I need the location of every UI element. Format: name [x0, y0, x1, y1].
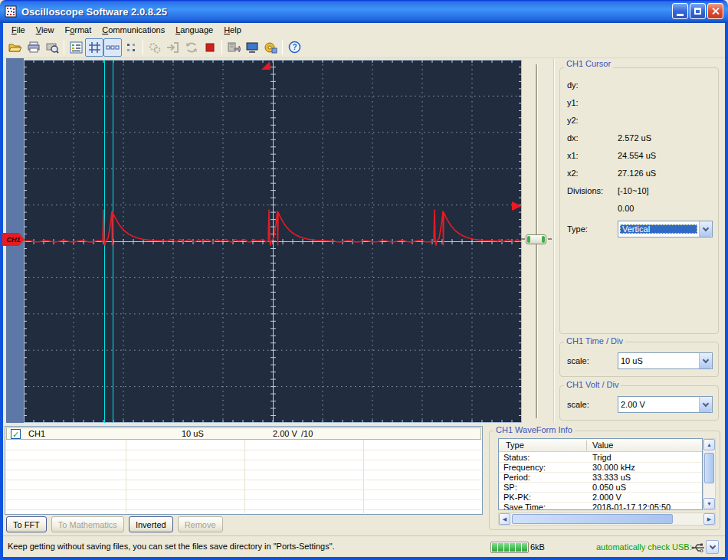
info-row-frequency[interactable]: Frequency:30.000 kHz	[499, 463, 702, 473]
menu-view[interactable]: View	[31, 25, 60, 35]
stop-button[interactable]	[201, 38, 219, 57]
samples-dots-button[interactable]	[122, 38, 140, 57]
progress-segment	[498, 543, 503, 552]
divisions-label: Divisions:	[567, 186, 603, 195]
inverted-button[interactable]: Inverted	[129, 516, 173, 532]
waveform-info-table[interactable]: Type Value Status:Trigd Frequency:30.000…	[498, 438, 703, 510]
window-border-left	[0, 23, 3, 560]
table-row-line	[6, 480, 481, 480]
chevron-down-icon	[703, 224, 709, 231]
close-button[interactable]	[707, 3, 723, 19]
ch1-checkbox[interactable]: ✓	[11, 429, 21, 439]
time-scale-value: 10 uS	[618, 356, 699, 365]
to-fft-button[interactable]: To FFT	[6, 516, 47, 532]
channels-table[interactable]: ✓ CH1 10 uS 2.00 V /10	[5, 426, 483, 515]
help-icon: ?	[288, 41, 301, 54]
volt-scale-select[interactable]: 2.00 V	[618, 396, 713, 413]
info-row-status[interactable]: Status:Trigd	[499, 453, 702, 463]
menu-language[interactable]: Language	[170, 25, 218, 35]
volt-scale-dropdown-button[interactable]	[699, 397, 712, 412]
window-title: Oscilloscope Software 2.0.8.25	[21, 6, 167, 18]
toolbar-separator	[282, 40, 283, 55]
scope-display[interactable]	[24, 60, 522, 423]
toolbar: ?	[3, 37, 725, 58]
table-column-line	[363, 440, 364, 513]
volt-scale-label: scale:	[567, 400, 589, 409]
scroll-right-button[interactable]: ▶	[703, 513, 715, 525]
panel-splitter[interactable]	[553, 58, 555, 423]
monitor-icon	[245, 41, 259, 54]
menu-file[interactable]: File	[6, 25, 31, 35]
cursor-type-dropdown-button[interactable]	[699, 221, 712, 237]
open-file-button[interactable]	[6, 38, 25, 57]
info-row-pkpk[interactable]: PK-PK:2.000 V	[499, 493, 702, 503]
progress-segment	[504, 543, 510, 552]
cursor-type-value: Vertical	[620, 224, 697, 234]
vertical-scroll-thumb[interactable]	[704, 453, 714, 483]
info-vertical-scrollbar[interactable]: ▲ ▼	[703, 438, 716, 510]
menu-communications[interactable]: Communications	[97, 25, 170, 35]
toolbar-separator	[143, 40, 143, 55]
table-row-line	[6, 490, 481, 490]
maximize-button[interactable]	[690, 3, 706, 19]
info-horizontal-scrollbar[interactable]: ◀ ▶	[498, 513, 716, 526]
table-column-line	[244, 440, 245, 513]
open-folder-icon	[8, 41, 22, 54]
print-button[interactable]	[25, 38, 43, 57]
info-row-sp[interactable]: SP:0.050 uS	[499, 483, 702, 493]
printer-icon	[27, 41, 41, 54]
menu-help[interactable]: Help	[218, 25, 247, 35]
progress-segment	[516, 543, 521, 552]
connect-device-button[interactable]	[164, 38, 182, 57]
display-screen-button[interactable]	[243, 38, 261, 57]
minimize-button[interactable]	[672, 3, 688, 19]
info-row-savetime[interactable]: Save Time:2018-01-17 12:05:50	[499, 503, 702, 510]
progress-segment	[510, 543, 515, 552]
print-preview-button[interactable]	[43, 38, 61, 57]
channel-row-ch1[interactable]: ✓ CH1 10 uS 2.00 V /10	[6, 427, 481, 440]
time-scale-dropdown-button[interactable]	[699, 353, 712, 368]
usb-options-button[interactable]	[706, 540, 719, 554]
ch1-voltdiv-cell: 2.00 V	[273, 429, 297, 438]
ports-settings-button[interactable]	[261, 38, 280, 57]
info-row-period[interactable]: Period:33.333 uS	[499, 473, 702, 483]
settings-button[interactable]	[146, 38, 164, 57]
table-row-line	[6, 509, 481, 510]
progress-segment	[492, 543, 497, 552]
slider-dash	[548, 238, 552, 240]
horizontal-scroll-thumb[interactable]	[512, 514, 673, 524]
scroll-left-button[interactable]: ◀	[499, 513, 510, 525]
window-border-right	[725, 23, 728, 560]
x1-value: 24.554 uS	[618, 151, 656, 160]
title-bar[interactable]: Oscilloscope Software 2.0.8.25	[0, 0, 728, 23]
ports-settings-icon	[264, 41, 277, 54]
menu-format[interactable]: Format	[59, 25, 97, 35]
window-border-bottom	[0, 557, 728, 560]
cursor-type-select[interactable]: Vertical	[618, 221, 713, 237]
export-record-button[interactable]	[225, 38, 243, 57]
scroll-down-button[interactable]: ▼	[703, 498, 715, 509]
channel-list-button[interactable]	[67, 38, 85, 57]
table-row-line	[6, 460, 481, 460]
usb-progress-bar	[490, 542, 529, 553]
usb-icon	[691, 542, 704, 552]
connect-icon	[166, 41, 180, 54]
ch1-probe-cell: /10	[301, 429, 313, 438]
ch1-timediv-title: CH1 Time / Div	[564, 336, 625, 345]
refresh-icon	[185, 41, 198, 54]
refresh-button[interactable]	[182, 38, 201, 57]
remove-button[interactable]: Remove	[178, 516, 223, 532]
divisions-range-value: [-10~10]	[618, 186, 649, 195]
ch1-timediv-cell: 10 uS	[182, 429, 204, 438]
ch1-cursor-title: CH1 Cursor	[564, 59, 613, 68]
grid-toggle-button[interactable]	[85, 38, 103, 57]
close-icon	[711, 7, 720, 15]
time-scale-select[interactable]: 10 uS	[618, 352, 713, 369]
samples-line-toggle-button[interactable]	[103, 38, 122, 57]
waveform-info-header[interactable]: Type Value	[499, 439, 702, 452]
vertical-offset-slider-handle[interactable]	[526, 234, 546, 244]
help-button[interactable]: ?	[285, 38, 303, 57]
scroll-up-button[interactable]: ▲	[703, 439, 715, 450]
x2-value: 27.126 uS	[618, 169, 656, 178]
to-mathematics-button[interactable]: To Mathematics	[51, 516, 124, 532]
